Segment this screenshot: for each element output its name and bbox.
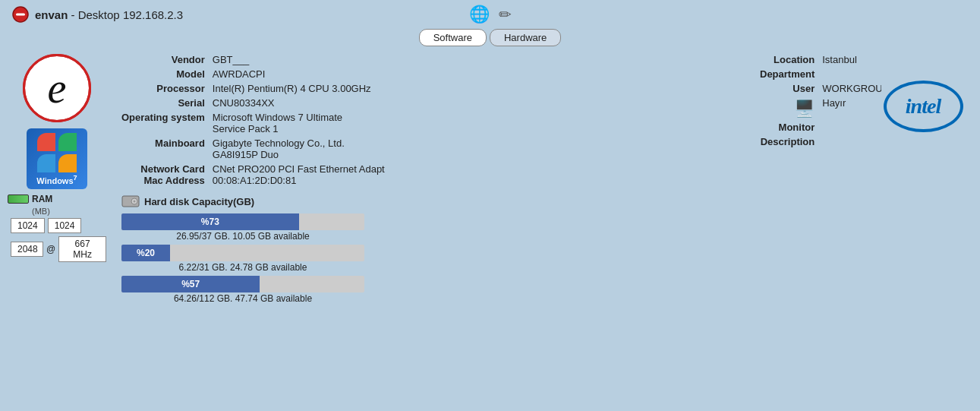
location-label: Location <box>760 54 815 65</box>
network-flag-cell: 🖥️ <box>760 97 815 119</box>
os-label: Operating system <box>121 112 205 134</box>
close-icon[interactable] <box>12 6 29 23</box>
e-logo: e <box>23 54 91 122</box>
disk-bar-bg-3: %57 <box>121 276 364 292</box>
ram-header: RAM <box>8 194 52 204</box>
orb-q4 <box>58 154 77 172</box>
vendor-value: GBT___ <box>213 54 745 65</box>
disk-bar-fill-3: %57 <box>121 276 260 292</box>
network-value: CNet PRO200 PCI Fast Ethernet Adapt 00:0… <box>213 163 745 186</box>
top-bar: envan - Desktop 192.168.2.3 🌐 ✏ <box>0 0 980 23</box>
ram-row-1: 1024 1024 <box>11 218 106 233</box>
ram-unit: (MB) <box>32 207 50 216</box>
svg-point-4 <box>134 201 136 203</box>
monitor-label: Monitor <box>760 122 815 133</box>
window-title: envan - Desktop 192.168.2.3 <box>35 8 183 21</box>
intel-text: intel <box>906 94 941 119</box>
processor-value: Intel(R) Pentium(R) 4 CPU 3.00GHz <box>213 83 745 94</box>
ram-section: RAM (MB) 1024 1024 2048 @ 667 MHz <box>8 194 106 307</box>
at-symbol: @ <box>46 244 55 255</box>
ram-row-2: 2048 @ 667 MHz <box>11 236 106 262</box>
disk-percent-label-1: %73 <box>201 217 219 227</box>
os-value: Microsoft Windows 7 Ultimate Service Pac… <box>213 112 745 134</box>
vendor-label: Vendor <box>121 54 205 65</box>
serial-value: CNU80334XX <box>213 97 745 109</box>
department-label: Department <box>760 68 815 80</box>
ram-slot-1: 1024 <box>11 218 45 233</box>
title-area: envan - Desktop 192.168.2.3 <box>12 6 183 23</box>
orb-q3 <box>37 154 55 172</box>
hdd-icon <box>121 194 140 209</box>
main-content: e Windows7 Vendor GBT___ Model AWRDACPI … <box>0 54 980 189</box>
ram-chip-icon <box>8 194 29 204</box>
hdd-title: Hard disk Capacity(GB) <box>144 196 254 207</box>
disk-bar-bg-1: %73 <box>121 213 364 230</box>
orb-q1 <box>37 133 55 151</box>
tab-hardware[interactable]: Hardware <box>490 29 561 46</box>
disk-bar-fill-1: %73 <box>121 213 299 230</box>
serial-label: Serial <box>121 97 205 109</box>
disk-info-3: 64.26/112 GB. 47.74 GB available <box>121 293 364 304</box>
model-value: AWRDACPI <box>213 68 745 80</box>
disk-bar-bg-2: %20 <box>121 245 364 261</box>
hdd-section: Hard disk Capacity(GB) %73 26.95/37 GB. … <box>106 194 972 307</box>
ram-freq: 667 MHz <box>58 236 106 262</box>
disk-bar-fill-2: %20 <box>121 245 170 261</box>
mainboard-label: Mainboard <box>121 138 205 160</box>
bottom-section: RAM (MB) 1024 1024 2048 @ 667 MHz Hard d… <box>0 194 980 307</box>
orb-q2 <box>58 133 77 151</box>
disk-info-1: 26.95/37 GB. 10.05 GB available <box>121 231 364 242</box>
ram-slots: 1024 1024 2048 @ 667 MHz <box>11 218 106 262</box>
disk-entry-1: %73 26.95/37 GB. 10.05 GB available <box>121 213 972 242</box>
tab-bar: Software Hardware <box>0 29 980 46</box>
disk-percent-label-2: %20 <box>137 248 155 258</box>
network-label: Network Card Mac Address <box>121 163 205 186</box>
ram-label: RAM <box>32 194 52 204</box>
win7-orb <box>37 133 77 172</box>
disk-entry-3: %57 64.26/112 GB. 47.74 GB available <box>121 276 972 304</box>
info-table: Vendor GBT___ Model AWRDACPI Processor I… <box>106 54 760 189</box>
disk-entry-2: %20 6.22/31 GB. 24.78 GB available <box>121 245 972 273</box>
description-value <box>822 136 972 147</box>
win7-text: Windows7 <box>36 174 77 185</box>
mainboard-value: Gigabyte Technology Co., Ltd. GA8I915P D… <box>213 138 745 160</box>
tab-software[interactable]: Software <box>419 29 487 46</box>
user-label: User <box>760 83 815 94</box>
location-value: Istanbul <box>822 54 972 65</box>
intel-oval: intel <box>884 81 963 132</box>
network-icon: 🌐 <box>469 5 490 24</box>
svg-rect-1 <box>16 14 25 16</box>
disk-info-2: 6.22/31 GB. 24.78 GB available <box>121 262 364 273</box>
processor-label: Processor <box>121 83 205 94</box>
win7-logo: Windows7 <box>27 128 87 189</box>
network-flag-icon: 🖥️ <box>794 99 815 119</box>
intel-logo: intel <box>881 76 965 137</box>
model-label: Model <box>121 68 205 80</box>
disk-percent-label-3: %57 <box>181 279 200 289</box>
ram-slot-2: 1024 <box>48 218 82 233</box>
hdd-header: Hard disk Capacity(GB) <box>121 194 972 209</box>
pencil-icon: ✏ <box>499 5 512 24</box>
left-panel: e Windows7 <box>8 54 106 189</box>
ram-slot-3: 2048 <box>11 242 43 257</box>
description-label: Description <box>760 136 815 147</box>
